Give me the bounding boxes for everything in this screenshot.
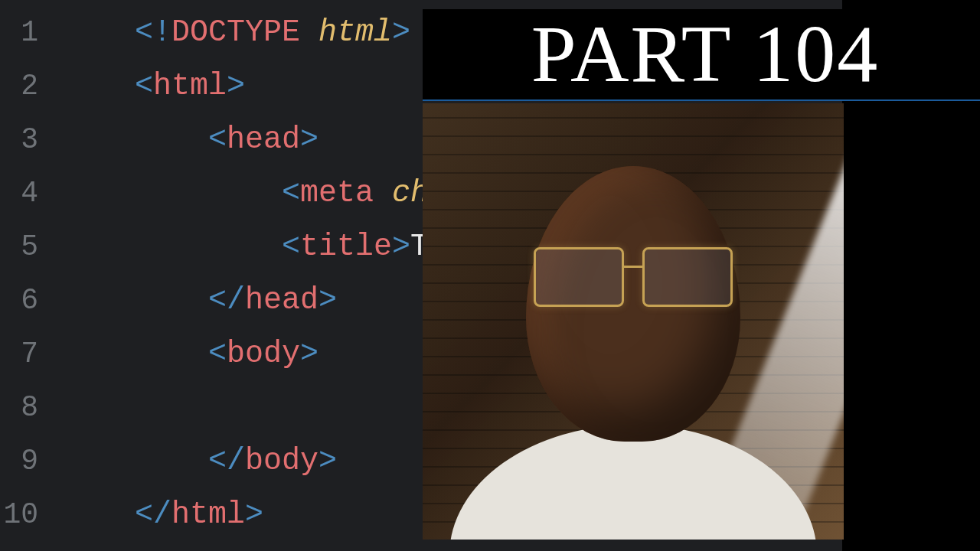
line-code xyxy=(61,381,135,435)
token-tag: title xyxy=(300,230,392,264)
part-title-text: PART 104 xyxy=(531,8,879,101)
token-pun: > xyxy=(245,497,263,532)
token-pun: </ xyxy=(135,497,172,532)
token-tag: body xyxy=(245,444,318,478)
token-pun: < xyxy=(282,176,300,210)
token-pun: </ xyxy=(208,444,245,478)
glasses-lens-left xyxy=(534,247,624,307)
portrait-glasses xyxy=(534,247,733,308)
line-code: <head> xyxy=(61,113,318,167)
token-tag: body xyxy=(227,337,300,371)
token-pun: > xyxy=(318,444,337,478)
token-pun: > xyxy=(227,69,245,103)
token-tag: meta xyxy=(300,176,392,210)
line-number: 4 xyxy=(0,167,61,220)
token-pun: > xyxy=(300,122,318,157)
token-pun: > xyxy=(392,230,410,264)
glasses-lens-right xyxy=(642,247,733,307)
line-number: 8 xyxy=(0,381,61,435)
token-tag: html xyxy=(172,497,245,532)
line-number: 5 xyxy=(0,220,61,274)
line-number: 6 xyxy=(0,274,61,328)
token-pun: < xyxy=(282,230,300,264)
token-tag: head xyxy=(245,283,318,318)
token-attr: html xyxy=(318,15,392,50)
token-pun: < xyxy=(208,337,227,371)
part-title-banner: PART 104 xyxy=(423,9,980,101)
line-number: 3 xyxy=(0,113,61,167)
token-pun: < xyxy=(208,122,227,157)
line-code: <body> xyxy=(61,328,318,381)
presenter-portrait xyxy=(423,103,844,540)
token-tag: head xyxy=(227,122,300,157)
token-pun: > xyxy=(318,283,337,318)
token-tag: html xyxy=(153,69,227,103)
token-pun: < xyxy=(135,69,153,103)
token-pun: </ xyxy=(208,283,245,318)
line-number: 2 xyxy=(0,60,61,113)
line-code: <!DOCTYPE html> xyxy=(61,6,410,60)
line-number: 7 xyxy=(0,328,61,381)
token-decl: DOCTYPE xyxy=(172,15,318,50)
token-pun: <! xyxy=(135,15,172,50)
token-pun: > xyxy=(392,15,410,50)
line-code: <html> xyxy=(61,60,245,113)
line-number: 9 xyxy=(0,435,61,488)
line-code: </body> xyxy=(61,435,337,488)
glasses-bridge xyxy=(622,266,645,268)
token-pun: > xyxy=(300,337,318,371)
line-number: 10 xyxy=(0,488,61,542)
line-number: 1 xyxy=(0,6,61,60)
line-code: </head> xyxy=(61,274,337,328)
line-code: </html> xyxy=(61,488,263,542)
